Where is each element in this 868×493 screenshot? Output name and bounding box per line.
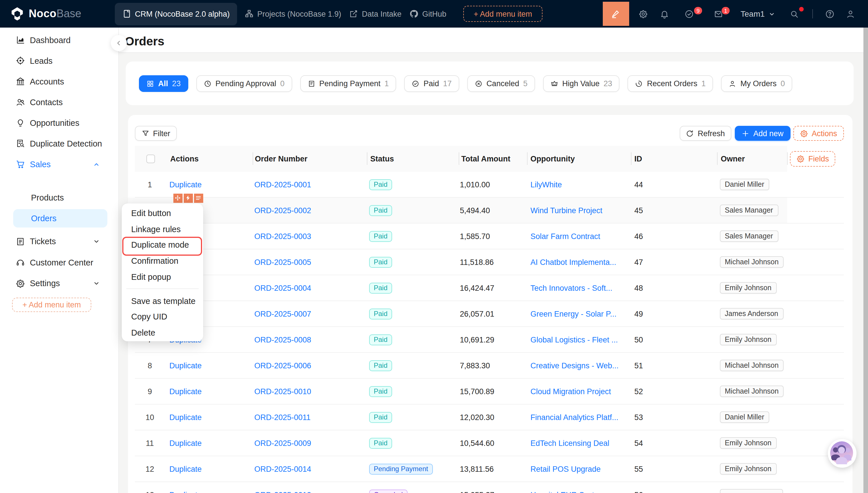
menu-lines-icon[interactable] bbox=[194, 193, 203, 202]
order-number-link[interactable]: ORD-2025-0001 bbox=[254, 172, 311, 197]
view-tab-recent-orders[interactable]: Recent Orders1 bbox=[628, 75, 713, 92]
menu-item-linkage-rules[interactable]: Linkage rules bbox=[121, 221, 203, 237]
sidebar-item-orders[interactable]: Orders bbox=[13, 209, 107, 228]
nav-tab-projects[interactable]: Projects (NocoBase 1.9) bbox=[241, 3, 345, 25]
order-number-link[interactable]: ORD-2025-0003 bbox=[254, 223, 311, 249]
order-number-link[interactable]: ORD-2025-0010 bbox=[254, 378, 311, 404]
column-header-owner[interactable]: Owner bbox=[721, 146, 745, 172]
order-number-link[interactable]: ORD-2025-0009 bbox=[254, 430, 311, 456]
notifications-button[interactable] bbox=[656, 0, 673, 27]
opportunity-link[interactable]: Creative Designs - Web... bbox=[530, 352, 619, 378]
column-header-opportunity[interactable]: Opportunity bbox=[530, 146, 575, 172]
menu-item-copy-uid[interactable]: Copy UID bbox=[121, 309, 203, 325]
duplicate-link[interactable]: Duplicate bbox=[169, 378, 202, 404]
help-button[interactable] bbox=[821, 0, 838, 27]
sidebar-item-opportunities[interactable]: Opportunities bbox=[6, 112, 113, 133]
ui-editor-button[interactable] bbox=[602, 2, 629, 26]
opportunity-link[interactable]: Tech Innovators - Soft... bbox=[530, 275, 612, 301]
order-number-link[interactable]: ORD-2025-0014 bbox=[254, 456, 311, 482]
filter-button[interactable]: Filter bbox=[135, 126, 177, 141]
refresh-button[interactable]: Refresh bbox=[680, 126, 731, 141]
owner-cell: Sales Manager bbox=[719, 223, 778, 249]
opportunity-link[interactable]: Solar Farm Contract bbox=[530, 223, 600, 249]
sidebar-collapse-button[interactable] bbox=[111, 35, 127, 51]
column-header-order-number[interactable]: Order Number bbox=[255, 146, 307, 172]
opportunity-link[interactable]: LilyWhite bbox=[530, 172, 562, 197]
opportunity-link[interactable]: EdTech Licensing Deal bbox=[530, 430, 609, 456]
view-tab-paid[interactable]: Paid17 bbox=[405, 75, 459, 92]
opportunity-link[interactable]: Retail POS Upgrade bbox=[530, 456, 601, 482]
owner-tag: Emily Johnson bbox=[719, 282, 777, 294]
drag-handle-icon[interactable] bbox=[173, 193, 182, 202]
sidebar-item-duplicate-detection[interactable]: Duplicate Detection bbox=[6, 133, 113, 154]
column-header-status[interactable]: Status bbox=[370, 146, 394, 172]
order-number-link[interactable]: ORD-2025-0004 bbox=[254, 275, 311, 301]
owner-cell: Emily Johnson bbox=[719, 456, 777, 482]
nav-tab-github[interactable]: GitHub bbox=[406, 3, 450, 25]
sidebar-item-dashboard[interactable]: Dashboard bbox=[6, 29, 113, 50]
opportunity-link[interactable]: Green Energy - Solar P... bbox=[530, 301, 617, 327]
user-button[interactable] bbox=[842, 0, 859, 27]
team-switcher[interactable]: Team1 bbox=[740, 0, 776, 27]
linkage-bolt-icon[interactable] bbox=[183, 193, 192, 202]
opportunity-link[interactable]: AI Chatbot Implementa... bbox=[530, 249, 616, 275]
sidebar-item-contacts[interactable]: Contacts bbox=[6, 92, 113, 112]
page-scrollbar[interactable] bbox=[863, 27, 868, 493]
column-header-actions[interactable]: Actions bbox=[170, 146, 199, 172]
sidebar-item-label: Products bbox=[31, 193, 64, 202]
opportunity-link[interactable]: Hospital EHR Syst... bbox=[530, 482, 601, 493]
order-number-link[interactable]: ORD-2025-0006 bbox=[254, 352, 311, 378]
view-tab-all[interactable]: All23 bbox=[139, 75, 188, 92]
duplicate-link[interactable]: Duplicate bbox=[169, 352, 202, 378]
view-tab-high-value[interactable]: High Value23 bbox=[543, 75, 620, 92]
sidebar-item-tickets[interactable]: Tickets bbox=[6, 231, 113, 252]
sidebar-item-sales[interactable]: Sales bbox=[6, 154, 113, 174]
duplicate-link[interactable]: Duplicate bbox=[169, 456, 202, 482]
sidebar-item-products[interactable]: Products bbox=[6, 187, 113, 208]
view-tab-pending-approval[interactable]: Pending Approval0 bbox=[196, 75, 292, 92]
menu-item-save-as-template[interactable]: Save as template bbox=[121, 293, 203, 309]
actions-button[interactable]: Actions bbox=[793, 126, 844, 141]
opportunity-link[interactable]: Wind Turbine Project bbox=[530, 197, 602, 223]
nocobase-logo[interactable]: NocoBase bbox=[10, 0, 81, 27]
order-number-link[interactable]: ORD-2025-0002 bbox=[254, 197, 311, 223]
view-tab-my-orders[interactable]: My Orders0 bbox=[721, 75, 793, 92]
view-tab-pending-payment[interactable]: Pending Payment1 bbox=[300, 75, 396, 92]
select-all-checkbox[interactable] bbox=[146, 154, 155, 163]
status-cell: Paid bbox=[369, 404, 392, 430]
duplicate-link[interactable]: Duplicate bbox=[169, 482, 202, 493]
view-tab-canceled[interactable]: Canceled5 bbox=[467, 75, 535, 92]
nav-add-menu-item-button[interactable]: + Add menu item bbox=[463, 6, 543, 22]
status-badge: Paid bbox=[369, 205, 392, 216]
row-number: 13 bbox=[137, 482, 162, 493]
nav-tab-crm[interactable]: CRM (NocoBase 2.0 alpha) bbox=[115, 3, 237, 25]
menu-item-edit-button[interactable]: Edit button bbox=[121, 206, 203, 221]
menu-item-delete[interactable]: Delete bbox=[121, 325, 203, 340]
duplicate-link[interactable]: Duplicate bbox=[169, 404, 202, 430]
assistant-bubble[interactable] bbox=[827, 439, 856, 468]
sidebar-item-settings[interactable]: Settings bbox=[6, 273, 113, 294]
owner-tag bbox=[719, 489, 783, 493]
opportunity-link[interactable]: Financial Analytics Platf... bbox=[530, 404, 618, 430]
sidebar-item-leads[interactable]: Leads bbox=[6, 50, 113, 71]
opportunity-link[interactable]: Cloud Migration Project bbox=[530, 378, 611, 404]
search-button[interactable] bbox=[785, 0, 803, 27]
nav-tab-data-intake[interactable]: Data Intake bbox=[345, 3, 406, 25]
duplicate-link[interactable]: Duplicate bbox=[169, 430, 202, 456]
add-new-button[interactable]: Add new bbox=[734, 126, 790, 141]
sidebar-item-customer-center[interactable]: Customer Center bbox=[6, 252, 113, 273]
order-number-link[interactable]: ORD-2025-0011 bbox=[254, 404, 311, 430]
menu-item-edit-popup[interactable]: Edit popup bbox=[121, 269, 203, 285]
column-header-total-amount[interactable]: Total Amount bbox=[461, 146, 510, 172]
sidebar-add-menu-item-button[interactable]: + Add menu item bbox=[12, 297, 91, 312]
status-badge: Paid bbox=[369, 257, 392, 267]
order-number-link[interactable]: ORD-2025-0012 bbox=[254, 482, 311, 493]
plugin-settings-button[interactable] bbox=[634, 0, 652, 27]
order-number-link[interactable]: ORD-2025-0008 bbox=[254, 327, 311, 352]
opportunity-link[interactable]: Global Logistics - Fleet ... bbox=[530, 327, 618, 352]
sidebar-item-accounts[interactable]: Accounts bbox=[6, 71, 113, 92]
receipt-icon bbox=[307, 80, 315, 87]
column-header-id[interactable]: ID bbox=[634, 146, 642, 172]
order-number-link[interactable]: ORD-2025-0007 bbox=[254, 301, 311, 327]
order-number-link[interactable]: ORD-2025-0005 bbox=[254, 249, 311, 275]
